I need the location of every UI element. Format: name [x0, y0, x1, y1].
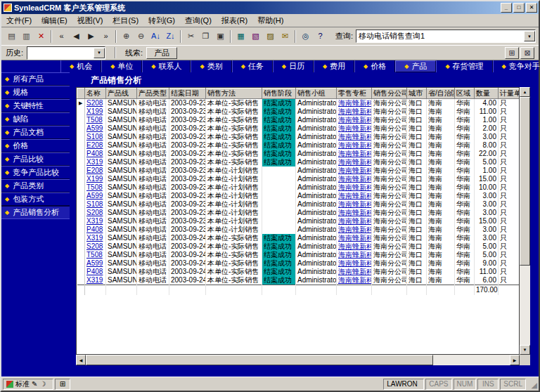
table-row[interactable]: S108SAMSUNG移动电话2003-09-23本单位-实际销售结案成功Adm…	[77, 133, 520, 141]
table-row[interactable]: A599SAMSUNG移动电话2003-09-23本单位-实际销售结案成功Adm…	[77, 124, 520, 133]
sort-descending-button[interactable]: Z↓	[163, 30, 178, 44]
column-header[interactable]: 销售方法	[206, 89, 262, 99]
tab-item[interactable]: ◆竞争对手	[493, 60, 540, 72]
help-button[interactable]: ?	[313, 30, 328, 44]
menu-item[interactable]: 查询(Q)	[180, 14, 217, 27]
tab-item[interactable]: ◆产品	[395, 60, 436, 72]
sidebar-item[interactable]: ◆产品比较	[1, 152, 70, 166]
cell-counter[interactable]: 海南蜂新科	[337, 192, 372, 200]
cell-name[interactable]: A599	[85, 259, 106, 268]
column-header[interactable]: 数量	[475, 89, 499, 99]
paste-button[interactable]: ▣	[213, 30, 228, 44]
cell-name[interactable]: P408	[85, 150, 106, 158]
cell-counter[interactable]: 海南蜂新科	[337, 200, 372, 209]
column-header[interactable]: 零售专柜	[337, 89, 372, 99]
zoom-out-button[interactable]: ⊖	[134, 30, 148, 44]
next-record-button[interactable]: ▶	[84, 30, 98, 44]
history-combobox[interactable]: ▼	[27, 46, 105, 60]
tab-item[interactable]: ◆日历	[273, 60, 314, 72]
chevron-down-icon[interactable]: ▼	[524, 31, 535, 41]
open-record-button[interactable]: ▥	[19, 30, 34, 44]
tab-item[interactable]: ◆费用	[314, 60, 354, 72]
table-row[interactable]: X199SAMSUNG移动电话2003-09-23本单位-实际销售结案成功Adm…	[77, 107, 520, 116]
vertical-scroll-track[interactable]	[520, 97, 530, 345]
tab-item[interactable]: ◆存货管理	[436, 60, 492, 72]
tab-item[interactable]: ◆单位	[101, 60, 142, 72]
scroll-down-button[interactable]: ▼	[520, 345, 530, 355]
scroll-right-button[interactable]: ▶	[510, 355, 520, 365]
chevron-down-icon[interactable]: ▼	[94, 48, 105, 58]
cell-name[interactable]: X199	[85, 107, 106, 116]
cell-counter[interactable]: 海南蜂新科	[337, 183, 372, 192]
cell-counter[interactable]: 海南蜂新科	[337, 251, 372, 259]
table-row[interactable]: X319SAMSUNG移动电话2003-09-24本单位-实际销售结案成功Adm…	[77, 234, 520, 242]
column-header[interactable]: 销售分公司	[372, 89, 407, 99]
resize-grip[interactable]: ◢	[527, 379, 537, 390]
grid-view-button[interactable]: ▦	[233, 30, 248, 44]
sidebar-item[interactable]: ◆所有产品	[1, 72, 70, 86]
table-row[interactable]: A599SAMSUNG移动电话2003-09-23本单位-计划销售Adminis…	[77, 192, 520, 200]
cell-name[interactable]: E208	[85, 166, 106, 175]
tab-item[interactable]: ◆价格	[354, 60, 395, 72]
last-record-button[interactable]: »	[98, 30, 113, 44]
cell-name[interactable]: X319	[85, 276, 106, 285]
cell-name[interactable]: T508	[85, 251, 106, 259]
cell-name[interactable]: S208	[85, 209, 106, 217]
cell-counter[interactable]: 海南蜂新科	[337, 226, 372, 234]
menu-item[interactable]: 帮助(H)	[252, 14, 288, 27]
vertical-scroll-thumb[interactable]	[520, 97, 530, 266]
cell-counter[interactable]: 海南蜂新科	[337, 158, 372, 166]
cut-button[interactable]: ✂	[184, 30, 198, 44]
scroll-up-button[interactable]: ▲	[520, 87, 530, 97]
column-header[interactable]: 销售小组	[296, 89, 337, 99]
close-button[interactable]: ✕	[526, 3, 537, 13]
cell-counter[interactable]: 海南蜂新科	[337, 141, 372, 150]
menu-item[interactable]: 视图(V)	[72, 14, 108, 27]
cell-counter[interactable]: 海南蜂新科	[337, 166, 372, 175]
table-row[interactable]: ▶S208SAMSUNG移动电话2003-09-23本单位-实际销售结案成功Ad…	[77, 99, 520, 108]
column-header[interactable]: 区域	[455, 89, 475, 99]
column-header[interactable]: 产品类型	[137, 89, 169, 99]
cell-name[interactable]: X199	[85, 175, 106, 183]
cell-counter[interactable]: 海南蜂新科	[337, 150, 372, 158]
moon-icon[interactable]: ☽	[39, 380, 46, 388]
column-header[interactable]: 结案日期	[169, 89, 206, 99]
cell-name[interactable]: T508	[85, 183, 106, 192]
column-header[interactable]: 名称	[85, 89, 106, 99]
sidebar-item[interactable]: ◆缺陷	[1, 112, 70, 126]
menu-item[interactable]: 编辑(E)	[37, 14, 72, 27]
column-header[interactable]: 产品线	[106, 89, 137, 99]
product-line-button[interactable]: 产品	[146, 47, 177, 59]
cell-counter[interactable]: 海南蜂新科	[337, 217, 372, 226]
prev-record-button[interactable]: ◀	[69, 30, 84, 44]
cell-counter[interactable]: 海南蜂新科	[337, 99, 372, 108]
mail-button[interactable]: ✉	[278, 30, 292, 44]
cell-name[interactable]: A599	[85, 192, 106, 200]
cell-name[interactable]: P408	[85, 268, 106, 276]
cell-counter[interactable]: 海南蜂新科	[337, 175, 372, 183]
chart-view-button[interactable]: ▨	[263, 30, 278, 44]
cell-name[interactable]: E208	[85, 141, 106, 150]
table-row[interactable]: X319SAMSUNG移动电话2003-09-23本单位-计划销售Adminis…	[77, 217, 520, 226]
vertical-scrollbar[interactable]: ▲ ▼	[520, 87, 530, 355]
cell-name[interactable]: A599	[85, 124, 106, 133]
ime-indicator[interactable]: ⊞	[55, 379, 70, 390]
table-row[interactable]: T508SAMSUNG移动电话2003-09-23本单位-实际销售结案成功Adm…	[77, 116, 520, 124]
horizontal-scroll-thumb[interactable]	[86, 355, 433, 365]
tab-item[interactable]: ◆类别	[191, 60, 231, 72]
tab-item[interactable]: ◆任务	[232, 60, 273, 72]
zoom-in-button[interactable]: ⊕	[119, 30, 134, 44]
horizontal-scroll-track[interactable]	[86, 355, 510, 365]
sidebar-item[interactable]: ◆产品类别	[1, 179, 70, 192]
cell-name[interactable]: X319	[85, 158, 106, 166]
cell-name[interactable]: S208	[85, 242, 106, 251]
column-header[interactable]: 城市	[407, 89, 427, 99]
sort-ascending-button[interactable]: A↓	[148, 30, 163, 44]
copy-button[interactable]: ❐	[198, 30, 213, 44]
cell-counter[interactable]: 海南蜂新科	[337, 242, 372, 251]
cell-name[interactable]: P408	[85, 226, 106, 234]
table-row[interactable]: S208SAMSUNG移动电话2003-09-24本单位-实际销售结案成功Adm…	[77, 242, 520, 251]
table-row[interactable]: E208SAMSUNG移动电话2003-09-23本单位-计划销售Adminis…	[77, 166, 520, 175]
menu-item[interactable]: 报表(R)	[217, 14, 252, 27]
window-cascade-button[interactable]: ⊠	[520, 47, 534, 59]
